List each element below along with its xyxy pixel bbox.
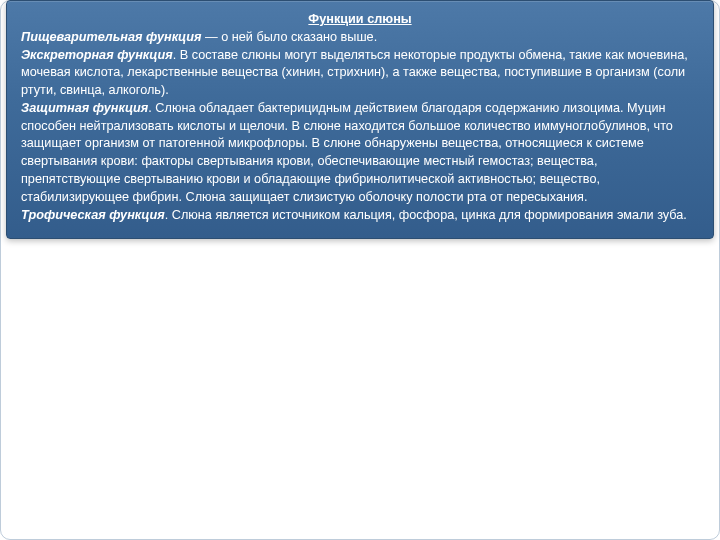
paragraph-digestive: Пищеварительная функция — о ней было ска… (21, 29, 699, 47)
content-box: Функции слюны Пищеварительная функция — … (6, 0, 714, 239)
paragraph-excretory: Экскреторная функция. В составе слюны мо… (21, 47, 699, 100)
label-excretory: Экскреторная функция (21, 48, 173, 62)
label-trophic: Трофическая функция (21, 208, 165, 222)
label-protective: Защитная функция (21, 101, 148, 115)
text-digestive: — о ней было сказано выше. (201, 30, 377, 44)
text-trophic: . Слюна является источником кальция, фос… (165, 208, 687, 222)
paragraph-trophic: Трофическая функция. Слюна является исто… (21, 207, 699, 225)
slide-title: Функции слюны (21, 11, 699, 29)
label-digestive: Пищеварительная функция (21, 30, 201, 44)
text-protective: . Слюна обладает бактерицидным действием… (21, 101, 673, 204)
paragraph-protective: Защитная функция. Слюна обладает бактери… (21, 100, 699, 207)
